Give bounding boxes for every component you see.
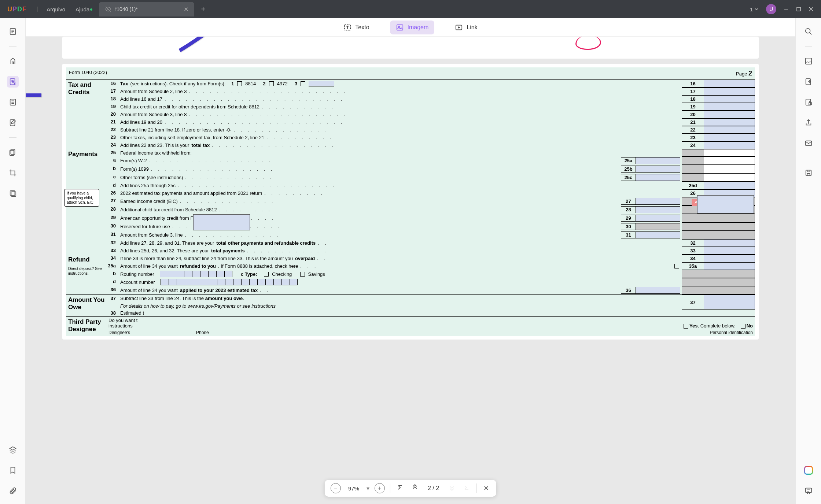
amount-21[interactable]: [704, 118, 755, 126]
amount-25a[interactable]: [636, 158, 680, 164]
reader-tool[interactable]: [7, 26, 19, 37]
image-icon: [396, 23, 404, 32]
eye-off-icon: [105, 6, 111, 12]
crop-tool[interactable]: [7, 167, 19, 179]
checkbox-4972[interactable]: [269, 81, 274, 86]
amount-22[interactable]: [704, 126, 755, 134]
redact-tool[interactable]: [7, 188, 19, 199]
amount-34[interactable]: [704, 255, 755, 262]
ai-rainbow-icon: [804, 466, 813, 475]
amount-18[interactable]: [704, 95, 755, 103]
search-button[interactable]: [803, 26, 814, 37]
edit-tool[interactable]: [7, 76, 19, 88]
layers-tool[interactable]: [7, 444, 19, 456]
amount-24[interactable]: [704, 141, 755, 149]
account-number-field[interactable]: [161, 279, 298, 285]
svg-rect-10: [397, 25, 403, 30]
zoom-in-button[interactable]: +: [375, 483, 385, 493]
menu-arquivo[interactable]: Arquivo: [41, 6, 70, 12]
checkbox-3[interactable]: [301, 81, 305, 86]
ocr-button[interactable]: OCR: [803, 55, 814, 67]
link-icon: [455, 23, 463, 32]
save-button[interactable]: [803, 167, 814, 179]
svg-text:OCR: OCR: [805, 60, 811, 63]
amount-25b[interactable]: [636, 166, 680, 172]
checkbox-savings[interactable]: [300, 272, 305, 277]
tutorial-arrow-sidebar: [26, 88, 43, 104]
zoom-out-button[interactable]: −: [331, 483, 341, 493]
amount-16[interactable]: [704, 80, 755, 88]
checkbox-checking[interactable]: [264, 272, 269, 277]
attachment-tool[interactable]: [7, 485, 19, 497]
amount-32[interactable]: [704, 239, 755, 247]
ai-button[interactable]: [803, 464, 814, 476]
svg-rect-0: [797, 7, 800, 11]
edit-toolbar: Texto Imagem Link: [26, 18, 795, 37]
feedback-button[interactable]: [803, 485, 814, 497]
amount-36[interactable]: [636, 287, 680, 293]
amount-19[interactable]: [704, 103, 755, 111]
section-third-party: Third Party Designee: [66, 317, 106, 336]
minimize-button[interactable]: [784, 7, 789, 12]
amount-23[interactable]: [704, 134, 755, 141]
user-avatar[interactable]: U: [766, 4, 776, 14]
amount-31[interactable]: [636, 232, 680, 238]
menu-separator: |: [34, 6, 41, 12]
bookmark-tool[interactable]: [7, 464, 19, 476]
text-tool-button[interactable]: Texto: [338, 21, 375, 34]
new-tab-button[interactable]: +: [201, 5, 205, 14]
amount-27[interactable]: [636, 198, 680, 204]
convert-button[interactable]: [803, 76, 814, 88]
amount-37[interactable]: [704, 295, 755, 310]
checkbox-8888[interactable]: [674, 264, 679, 268]
amount-33[interactable]: [704, 247, 755, 255]
svg-rect-21: [805, 488, 811, 493]
maximize-button[interactable]: [796, 7, 801, 12]
checkbox-tpd-yes[interactable]: [684, 324, 688, 329]
comment-tool[interactable]: [7, 55, 19, 67]
image-tool-button[interactable]: Imagem: [390, 21, 435, 34]
amount-28[interactable]: [636, 207, 680, 213]
form-tool[interactable]: [7, 117, 19, 129]
organize-tool[interactable]: [7, 96, 19, 108]
first-page-button[interactable]: [395, 483, 405, 494]
titlebar: UPDF | Arquivo Ajuda f1040 (1)* ✕ + 1 U: [0, 0, 821, 18]
update-dot-icon: [90, 8, 92, 11]
main-area: Texto Imagem Link: [26, 18, 795, 504]
amount-20[interactable]: [704, 111, 755, 118]
amount-17[interactable]: [704, 88, 755, 95]
close-button[interactable]: [809, 7, 814, 12]
amount-29[interactable]: [636, 215, 680, 221]
email-button[interactable]: [803, 137, 814, 149]
link-tool-button[interactable]: Link: [449, 21, 483, 34]
close-bar-button[interactable]: ✕: [482, 483, 490, 494]
deposit-note: Direct deposit? See instructions.: [66, 265, 106, 277]
sign-field-2[interactable]: [193, 214, 250, 230]
next-page-button[interactable]: [447, 483, 457, 494]
share-button[interactable]: [803, 117, 814, 129]
left-sidebar: [0, 18, 26, 504]
tab-title: f1040 (1)*: [115, 6, 137, 12]
sign-field-1[interactable]: [697, 195, 754, 214]
document-tab[interactable]: f1040 (1)* ✕: [99, 2, 194, 16]
pages-tool[interactable]: [7, 147, 19, 158]
amount-25c[interactable]: [636, 174, 680, 181]
checkbox-8814[interactable]: [237, 81, 242, 86]
pdf-page[interactable]: Form 1040 (2022) Page 2 If you have a qu…: [62, 64, 759, 340]
protect-button[interactable]: [803, 96, 814, 108]
tab-close-button[interactable]: ✕: [184, 6, 188, 13]
svg-rect-18: [809, 103, 811, 105]
tutorial-arrow-toolbar: [176, 37, 227, 56]
section-refund: Refund: [66, 255, 106, 265]
zoom-dropdown[interactable]: ▾: [367, 485, 369, 492]
text-icon: [343, 23, 351, 32]
amount-35a[interactable]: [704, 262, 755, 270]
prev-page-button[interactable]: [410, 483, 420, 494]
document-canvas[interactable]: Form 1040 (2022) Page 2 If you have a qu…: [26, 37, 795, 504]
menu-ajuda[interactable]: Ajuda: [70, 6, 95, 12]
last-page-button[interactable]: [462, 483, 471, 494]
amount-25d[interactable]: [704, 182, 755, 189]
window-count-dropdown[interactable]: 1: [750, 6, 759, 12]
checkbox-tpd-no[interactable]: [741, 324, 745, 329]
routing-number-field[interactable]: [160, 271, 232, 277]
